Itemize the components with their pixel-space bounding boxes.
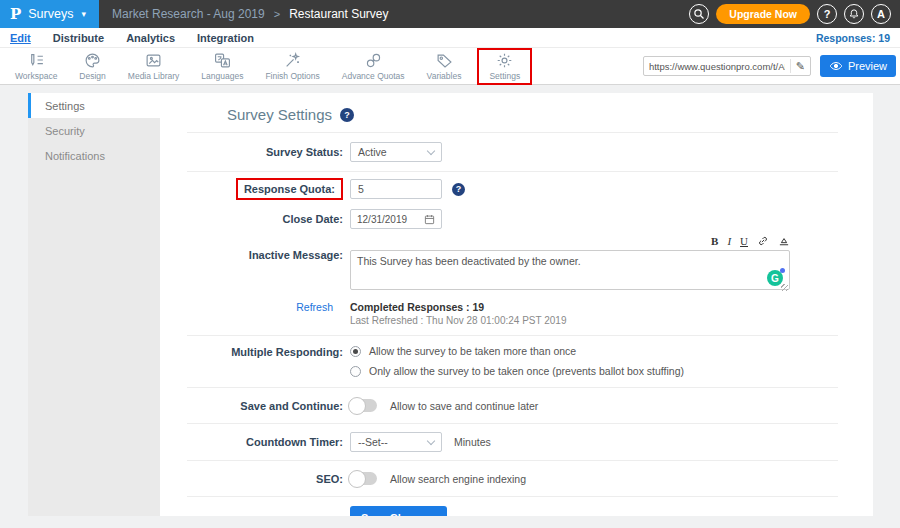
clear-formatting-button[interactable] bbox=[778, 235, 790, 247]
multiple-responding-section: Multiple Responding: Allow the survey to… bbox=[187, 336, 838, 388]
tab-distribute[interactable]: Distribute bbox=[53, 32, 104, 44]
chevron-down-icon bbox=[427, 436, 435, 444]
tag-icon bbox=[436, 52, 453, 69]
toolbar-item-design[interactable]: Design bbox=[68, 51, 116, 82]
settings-panel: Survey Settings ? Survey Status: Active bbox=[160, 93, 873, 516]
palette-icon bbox=[84, 52, 101, 69]
response-quota-help-icon[interactable]: ? bbox=[452, 183, 465, 196]
preview-button-label: Preview bbox=[848, 60, 887, 72]
survey-url-input[interactable] bbox=[644, 61, 790, 72]
toolbar-item-label: Design bbox=[79, 71, 105, 81]
quota-section: Response Quota: ? Close Date: 12/31/2019 bbox=[187, 172, 838, 336]
toolbar-item-variables[interactable]: Variables bbox=[416, 51, 473, 82]
multiple-responding-radio[interactable] bbox=[350, 346, 361, 357]
survey-url-box: ✎ bbox=[643, 56, 811, 76]
tab-integration[interactable]: Integration bbox=[197, 32, 254, 44]
countdown-timer-section: Countdown Timer: --Set-- Minutes bbox=[187, 424, 838, 461]
toolbar-item-label: Finish Options bbox=[265, 71, 319, 81]
toolbar-item-label: Workspace bbox=[15, 71, 57, 81]
radio-option-label: Allow the survey to be taken more than o… bbox=[369, 345, 576, 357]
eye-icon bbox=[829, 61, 843, 71]
last-refreshed-text: Last Refreshed : Thu Nov 28 01:00:24 PST… bbox=[350, 315, 566, 326]
sidebar-item-settings[interactable]: Settings bbox=[28, 93, 160, 118]
responses-count[interactable]: Responses: 19 bbox=[816, 32, 890, 44]
toolbar-item-label: Media Library bbox=[128, 71, 180, 81]
page-title: Survey Settings bbox=[227, 106, 332, 123]
toolbar-item-media-library[interactable]: Media Library bbox=[117, 51, 191, 82]
multiple-responding-radio[interactable] bbox=[350, 366, 361, 377]
underline-button[interactable]: U bbox=[740, 236, 748, 247]
multiple-responding-label: Multiple Responding: bbox=[187, 345, 343, 358]
sidebar-item-security[interactable]: Security bbox=[28, 118, 160, 143]
settings-annotation-box: Settings bbox=[477, 48, 532, 85]
toolbar-item-label: Languages bbox=[201, 71, 243, 81]
countdown-timer-select[interactable]: --Set-- bbox=[350, 432, 442, 452]
search-icon bbox=[693, 8, 705, 20]
save-and-continue-section: Save and Continue: Allow to save and con… bbox=[187, 388, 838, 424]
workspace-icon bbox=[28, 52, 45, 69]
product-menu-label: Surveys bbox=[28, 7, 73, 21]
tab-edit[interactable]: Edit bbox=[10, 32, 31, 44]
survey-tab-bar: Edit Distribute Analytics Integration Re… bbox=[0, 28, 900, 48]
toolbar-item-settings[interactable]: Settings bbox=[485, 51, 524, 82]
toolbar-item-label: Advance Quotas bbox=[342, 71, 405, 81]
search-button[interactable] bbox=[689, 4, 709, 24]
save-row: Save Changes bbox=[187, 497, 838, 516]
edit-url-icon[interactable]: ✎ bbox=[790, 59, 810, 73]
survey-status-select[interactable]: Active bbox=[350, 142, 442, 162]
seo-toggle[interactable] bbox=[350, 472, 377, 485]
save-changes-button[interactable]: Save Changes bbox=[350, 506, 447, 516]
toolbar-item-label: Variables bbox=[427, 71, 462, 81]
italic-button[interactable]: I bbox=[727, 236, 731, 247]
link-icon bbox=[757, 235, 769, 247]
breadcrumb-parent[interactable]: Market Research - Aug 2019 bbox=[112, 7, 265, 21]
inactive-message-textarea[interactable]: This Survey has been deactivated by the … bbox=[350, 250, 790, 290]
translate-icon bbox=[214, 52, 231, 69]
sidebar-item-notifications[interactable]: Notifications bbox=[28, 143, 160, 168]
wand-icon bbox=[284, 52, 301, 69]
response-quota-input[interactable] bbox=[350, 179, 442, 199]
countdown-timer-value: --Set-- bbox=[358, 436, 388, 448]
close-date-input[interactable]: 12/31/2019 bbox=[350, 209, 442, 229]
account-avatar[interactable]: A bbox=[871, 4, 891, 24]
panel-header: Survey Settings ? bbox=[187, 93, 838, 133]
response-quota-label: Response Quota: bbox=[244, 183, 335, 195]
radio-option-label: Only allow the survey to be taken once (… bbox=[369, 365, 684, 377]
chevron-down-icon bbox=[427, 146, 435, 154]
top-navigation-bar: P Surveys ▾ Market Research - Aug 2019 >… bbox=[0, 0, 900, 28]
settings-sidebar: Settings Security Notifications bbox=[28, 93, 160, 516]
grammarly-initial: G bbox=[771, 273, 779, 284]
save-and-continue-description: Allow to save and continue later bbox=[390, 400, 538, 412]
breadcrumb-separator: > bbox=[274, 8, 280, 20]
upgrade-now-button[interactable]: Upgrade Now bbox=[716, 4, 810, 24]
bold-button[interactable]: B bbox=[711, 236, 718, 247]
toolbar-item-finish-options[interactable]: Finish Options bbox=[254, 51, 330, 82]
survey-status-label: Survey Status: bbox=[187, 146, 343, 158]
seo-description: Allow search engine indexing bbox=[390, 473, 526, 485]
tab-analytics[interactable]: Analytics bbox=[126, 32, 175, 44]
edit-toolbar: Workspace Design Media Library Languages… bbox=[0, 48, 900, 85]
save-and-continue-label: Save and Continue: bbox=[187, 400, 343, 412]
notifications-button[interactable] bbox=[844, 4, 864, 24]
toolbar-item-advance-quotas[interactable]: Advance Quotas bbox=[331, 51, 416, 82]
countdown-timer-suffix: Minutes bbox=[454, 436, 491, 448]
preview-button[interactable]: Preview bbox=[820, 55, 896, 77]
insert-link-button[interactable] bbox=[757, 235, 769, 247]
textarea-resize-handle[interactable] bbox=[781, 284, 788, 291]
close-date-value: 12/31/2019 bbox=[357, 214, 407, 225]
save-and-continue-toggle[interactable] bbox=[350, 399, 377, 412]
survey-settings-help-icon[interactable]: ? bbox=[340, 108, 354, 122]
help-button[interactable]: ? bbox=[817, 4, 837, 24]
settings-page: Settings Security Notifications Survey S… bbox=[0, 85, 900, 527]
chevron-down-icon: ▾ bbox=[81, 9, 86, 19]
product-menu[interactable]: P Surveys ▾ bbox=[0, 0, 99, 28]
toolbar-item-languages[interactable]: Languages bbox=[190, 51, 254, 82]
grammarly-status-dot bbox=[780, 268, 785, 273]
seo-label: SEO: bbox=[187, 473, 343, 485]
survey-status-section: Survey Status: Active bbox=[187, 133, 838, 172]
toolbar-item-workspace[interactable]: Workspace bbox=[4, 51, 68, 82]
inactive-message-label: Inactive Message: bbox=[187, 234, 343, 261]
refresh-link[interactable]: Refresh bbox=[187, 301, 343, 313]
links-icon bbox=[365, 52, 382, 69]
rich-text-toolbar: B I U bbox=[350, 234, 790, 248]
